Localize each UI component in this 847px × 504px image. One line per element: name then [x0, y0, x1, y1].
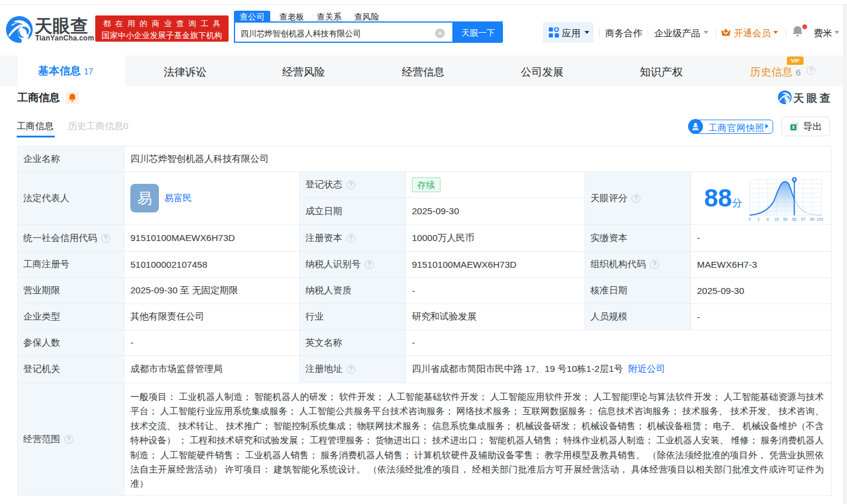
- svg-text:3: 3: [766, 217, 768, 221]
- svg-text:0: 0: [748, 217, 751, 221]
- svg-text:100: 100: [817, 217, 823, 221]
- svg-text:15: 15: [774, 217, 779, 221]
- svg-text:1: 1: [757, 217, 760, 221]
- svg-text:97: 97: [801, 217, 805, 221]
- svg-text:50: 50: [783, 217, 787, 221]
- svg-text:85: 85: [792, 217, 796, 221]
- svg-text:99: 99: [810, 217, 814, 221]
